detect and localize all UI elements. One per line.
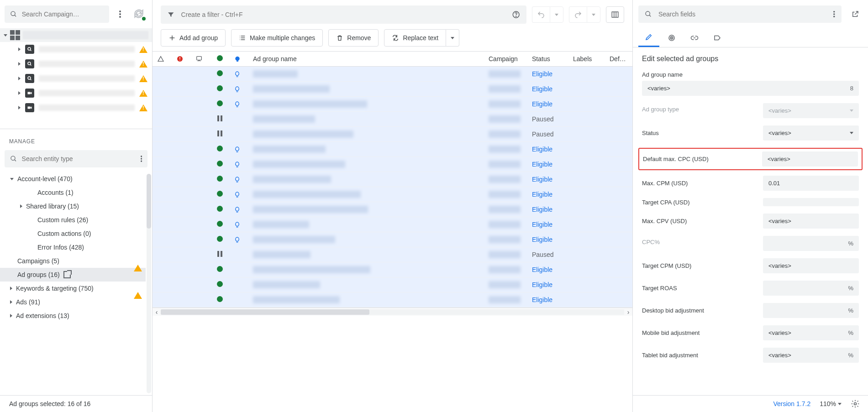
status-input[interactable]: <varies> <box>763 125 859 141</box>
campaign-tree-item[interactable] <box>0 71 152 86</box>
scroll-thumb[interactable] <box>161 309 369 315</box>
col-header[interactable]: Default max. CPC <box>605 52 632 67</box>
table-row[interactable]: Eligible <box>153 277 632 292</box>
svg-point-4 <box>119 16 121 18</box>
filter-input[interactable] <box>181 11 505 18</box>
settings-button[interactable] <box>851 399 860 408</box>
table-row[interactable]: Paused <box>153 127 632 142</box>
target-cpa-input[interactable] <box>763 198 859 206</box>
status-dot-enabled <box>217 146 223 151</box>
max-cpv-input[interactable]: <varies> <box>763 214 859 229</box>
svg-point-35 <box>646 11 650 16</box>
manage-item-custom-actions-0[interactable]: Custom actions (0) <box>0 227 146 240</box>
help-icon[interactable] <box>512 10 520 19</box>
manage-item-label: Keywords & targeting (750) <box>16 285 94 292</box>
desktop-bid-input[interactable]: % <box>763 303 859 318</box>
columns-button[interactable] <box>606 6 624 23</box>
manage-item-keywords-targeting-750[interactable]: Keywords & targeting (750) <box>0 282 146 295</box>
blurred-name <box>253 266 370 273</box>
status-label: Status <box>642 130 758 136</box>
table-row[interactable]: Eligible <box>153 142 632 157</box>
table-row[interactable]: Eligible <box>153 262 632 277</box>
campaign-tree-item[interactable] <box>0 100 152 115</box>
campaign-search[interactable] <box>5 5 109 23</box>
campaign-menu-button[interactable] <box>112 6 128 22</box>
replace-dropdown[interactable] <box>446 29 459 47</box>
scrollbar-thumb[interactable] <box>147 174 151 229</box>
table-row[interactable]: Eligible <box>153 157 632 172</box>
target-cpm-input[interactable]: <varies> <box>763 258 859 273</box>
make-multiple-changes-button[interactable]: Make multiple changes <box>231 29 323 47</box>
campaign-tree-item[interactable] <box>0 86 152 100</box>
scroll-right-button[interactable]: › <box>624 308 632 316</box>
zoom-control[interactable]: 110% <box>820 400 842 407</box>
popout-button[interactable] <box>847 6 863 22</box>
manage-item-accounts-1[interactable]: Accounts (1) <box>0 186 146 199</box>
manage-item-campaigns-5[interactable]: Campaigns (5) <box>0 254 146 268</box>
fields-search-input[interactable] <box>658 10 827 18</box>
col-header[interactable]: Campaign <box>484 52 527 67</box>
table-row[interactable]: Paused <box>153 112 632 127</box>
campaign-tree-root[interactable] <box>0 28 152 42</box>
tab-target[interactable] <box>661 28 682 47</box>
manage-item-error-infos-428[interactable]: Error Infos (428) <box>0 240 146 254</box>
table-row[interactable]: Eligible <box>153 187 632 202</box>
target-roas-input[interactable]: % <box>763 281 859 296</box>
tab-edit[interactable] <box>638 28 659 47</box>
redo-button[interactable] <box>569 6 587 23</box>
table-row[interactable]: Eligible <box>153 82 632 97</box>
table-row[interactable]: Paused <box>153 247 632 262</box>
col-header-icon-0[interactable] <box>153 52 172 67</box>
mobile-bid-input[interactable]: <varies>% <box>763 325 859 340</box>
filter-box[interactable] <box>161 5 526 24</box>
campaign-tree-item[interactable] <box>0 42 152 57</box>
table-row[interactable]: Eligible <box>153 67 632 82</box>
caret-right-icon <box>18 77 21 80</box>
table-row[interactable]: Eligible <box>153 217 632 232</box>
col-header[interactable]: Ad group name <box>248 52 484 67</box>
manage-item-custom-rules-26[interactable]: Custom rules (26) <box>0 213 146 227</box>
sync-button[interactable] <box>131 6 147 22</box>
manage-item-shared-library-15[interactable]: Shared library (15) <box>0 199 146 213</box>
table-row[interactable]: Eligible <box>153 232 632 247</box>
col-header[interactable]: Status <box>527 52 568 67</box>
fields-search[interactable] <box>638 5 842 23</box>
redo-dropdown[interactable] <box>587 6 600 23</box>
entity-search[interactable] <box>5 150 147 167</box>
table-row[interactable]: Eligible <box>153 97 632 112</box>
col-header-icon-4[interactable] <box>229 52 248 67</box>
add-ad-group-button[interactable]: Add ad group <box>161 29 226 47</box>
table-row[interactable]: Eligible <box>153 292 632 308</box>
entity-search-input[interactable] <box>22 155 136 162</box>
max-cpm-input[interactable]: 0.01 <box>763 176 859 191</box>
undo-button[interactable] <box>532 6 550 23</box>
remove-button[interactable]: Remove <box>328 29 379 47</box>
tab-link[interactable] <box>684 28 705 47</box>
undo-dropdown[interactable] <box>550 6 563 23</box>
default-max-cpc-input[interactable]: <varies> <box>762 151 858 167</box>
col-header-icon-1[interactable] <box>172 52 191 67</box>
manage-item-label: Error Infos (428) <box>37 244 84 251</box>
blurred-campaign <box>489 221 521 228</box>
campaign-tree-item[interactable] <box>0 57 152 71</box>
blurred-campaign <box>489 176 521 183</box>
tab-label[interactable] <box>707 28 728 47</box>
ad-group-name-input[interactable]: <varies>8 <box>642 81 859 96</box>
filter-icon <box>167 10 175 19</box>
horizontal-scrollbar[interactable]: ‹ › <box>153 308 632 316</box>
manage-item-account-level-470[interactable]: Account-level (470) <box>0 172 146 186</box>
manage-item-ad-groups-16[interactable]: Ad groups (16) <box>0 268 146 282</box>
campaign-search-input[interactable] <box>22 10 104 18</box>
table-row[interactable]: Eligible <box>153 202 632 217</box>
replace-text-button[interactable]: Replace text <box>384 29 446 47</box>
table-row[interactable]: Eligible <box>153 172 632 187</box>
col-header-icon-2[interactable] <box>191 52 210 67</box>
tablet-bid-input[interactable]: <varies>% <box>763 348 859 363</box>
scroll-left-button[interactable]: ‹ <box>153 308 161 316</box>
cpc-pct-input: % <box>763 236 859 251</box>
manage-item-ads-91[interactable]: Ads (91) <box>0 295 146 309</box>
version-label[interactable]: Version 1.7.2 <box>773 400 810 407</box>
manage-item-ad-extensions-13[interactable]: Ad extensions (13) <box>0 309 146 323</box>
col-header[interactable]: Labels <box>568 52 605 67</box>
col-header-icon-3[interactable] <box>210 52 229 67</box>
